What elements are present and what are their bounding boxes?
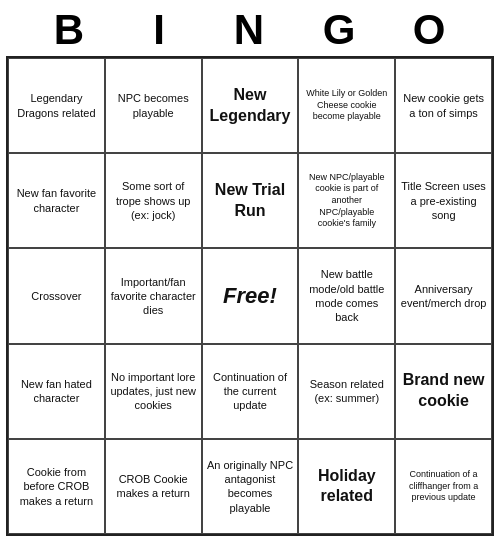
- bingo-cell-r0c4: New cookie gets a ton of simps: [395, 58, 492, 153]
- bingo-letter: O: [385, 6, 475, 54]
- bingo-cell-r1c3: New NPC/playable cookie is part of anoth…: [298, 153, 395, 248]
- bingo-cell-r4c1: CROB Cookie makes a return: [105, 439, 202, 534]
- bingo-cell-r3c0: New fan hated character: [8, 344, 105, 439]
- bingo-cell-r0c0: Legendary Dragons related: [8, 58, 105, 153]
- bingo-cell-r3c4: Brand new cookie: [395, 344, 492, 439]
- bingo-cell-r1c2: New Trial Run: [202, 153, 299, 248]
- bingo-cell-r0c2: New Legendary: [202, 58, 299, 153]
- bingo-letter: B: [25, 6, 115, 54]
- bingo-grid: Legendary Dragons relatedNPC becomes pla…: [6, 56, 494, 536]
- bingo-cell-r4c3: Holiday related: [298, 439, 395, 534]
- bingo-cell-r3c2: Continuation of the current update: [202, 344, 299, 439]
- bingo-cell-r4c2: An originally NPC antagonist becomes pla…: [202, 439, 299, 534]
- bingo-letter: I: [115, 6, 205, 54]
- bingo-cell-r3c3: Season related (ex: summer): [298, 344, 395, 439]
- bingo-cell-r2c2: Free!: [202, 248, 299, 343]
- bingo-cell-r1c4: Title Screen uses a pre-existing song: [395, 153, 492, 248]
- bingo-cell-r3c1: No important lore updates, just new cook…: [105, 344, 202, 439]
- bingo-cell-r4c4: Continuation of a cliffhanger from a pre…: [395, 439, 492, 534]
- bingo-cell-r0c1: NPC becomes playable: [105, 58, 202, 153]
- bingo-cell-r2c1: Important/fan favorite character dies: [105, 248, 202, 343]
- bingo-cell-r4c0: Cookie from before CROB makes a return: [8, 439, 105, 534]
- bingo-letter: N: [205, 6, 295, 54]
- bingo-letter: G: [295, 6, 385, 54]
- bingo-cell-r2c0: Crossover: [8, 248, 105, 343]
- bingo-cell-r2c3: New battle mode/old battle mode comes ba…: [298, 248, 395, 343]
- bingo-cell-r1c0: New fan favorite character: [8, 153, 105, 248]
- bingo-header: BINGO: [10, 6, 490, 54]
- bingo-cell-r2c4: Anniversary event/merch drop: [395, 248, 492, 343]
- bingo-cell-r1c1: Some sort of trope shows up (ex: jock): [105, 153, 202, 248]
- bingo-cell-r0c3: White Lily or Golden Cheese cookie becom…: [298, 58, 395, 153]
